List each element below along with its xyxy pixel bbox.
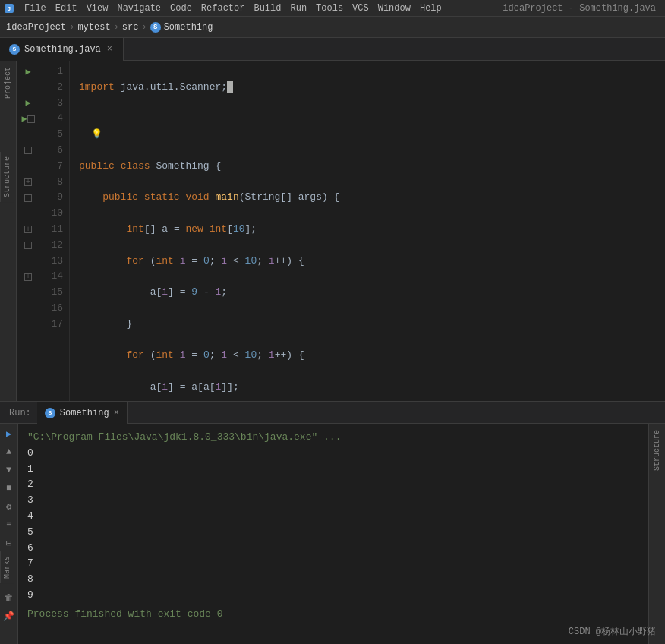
structure-tab[interactable]: Structure	[651, 427, 663, 474]
ln-5: 5	[46, 127, 63, 143]
output-number-3: 3	[27, 493, 639, 509]
menu-edit[interactable]: Edit	[51, 0, 82, 17]
breadcrumb-class[interactable]: S Something	[150, 22, 213, 33]
menu-help[interactable]: Help	[415, 0, 446, 17]
code-line-1: import java.util.Scanner;	[79, 80, 665, 96]
tab-something-java[interactable]: S Something.java ×	[0, 38, 124, 61]
output-number-1: 1	[27, 462, 639, 478]
panel-tab-bar: Run: S Something ×	[0, 402, 665, 424]
pin-button[interactable]: 📌	[2, 609, 16, 623]
line-numbers: 1 2 3 4 5 6 7 8 9 10 11 12 13 14 15 16 1…	[39, 61, 70, 401]
fold-button-line4[interactable]: −	[27, 115, 35, 123]
filter-button[interactable]: ≡	[2, 518, 16, 532]
class-icon: S	[150, 22, 161, 33]
run-again-button[interactable]: ▶	[2, 427, 16, 440]
settings-button[interactable]: ⚙	[2, 500, 16, 513]
tab-bar: S Something.java ×	[0, 38, 665, 61]
output-number-9: 9	[27, 588, 639, 604]
menu-vcs[interactable]: VCS	[348, 0, 373, 17]
cmd-line: "C:\Program Files\Java\jdk1.8.0_333\bin\…	[27, 431, 341, 443]
code-line-9: for (int i = 0; i < 10; i++) {	[79, 348, 665, 364]
stop-button[interactable]: ■	[2, 481, 16, 495]
gutter-row-1: ▶	[17, 64, 39, 80]
menu-file[interactable]: File	[20, 0, 51, 17]
code-editor[interactable]: ▶ ▶ ▶ − − + −	[17, 61, 665, 401]
panel-tab-something[interactable]: S Something ×	[37, 402, 128, 424]
gutter-row-12: −	[17, 238, 39, 254]
ln-11: 11	[46, 222, 63, 238]
gutter-row-17	[17, 317, 39, 333]
process-finished-line: Process finished with exit code 0	[27, 607, 639, 623]
structure-sidebar-label[interactable]: Structure	[0, 152, 14, 202]
fold-button-line12[interactable]: −	[24, 242, 32, 249]
ln-3: 3	[46, 96, 63, 112]
tab-close-button[interactable]: ×	[106, 43, 114, 56]
fold-button-line8[interactable]: +	[24, 178, 32, 186]
breadcrumb-sep-2: ›	[114, 22, 119, 33]
code-line-10: a[i] = a[a[i]];	[79, 380, 665, 396]
run-button-line4[interactable]: ▶	[21, 113, 27, 125]
breadcrumb-project[interactable]: ideaProject	[6, 22, 66, 33]
output-number-0: 0	[27, 446, 639, 462]
menu-window[interactable]: Window	[373, 0, 415, 17]
menu-bar: J File Edit View Navigate Code Refactor …	[0, 0, 665, 17]
breadcrumb-sep-1: ›	[69, 22, 74, 33]
output-number-8: 8	[27, 572, 639, 588]
watermark: CSDN @杨林山小野猪	[569, 625, 656, 638]
fold-button-line14[interactable]: +	[24, 273, 32, 281]
run-button-line1[interactable]: ▶	[25, 66, 30, 77]
sidebar-project-tab[interactable]: Project	[2, 64, 14, 102]
layout-button[interactable]: ⊟	[2, 536, 16, 550]
output-number-6: 6	[27, 541, 639, 557]
menu-navigate[interactable]: Navigate	[112, 0, 165, 17]
code-line-7: a[i] = 9 - i;	[79, 285, 665, 301]
fold-button-line9[interactable]: −	[24, 194, 32, 202]
app-icon: J	[3, 2, 15, 14]
code-line-6: for (int i = 0; i < 10; i++) {	[79, 254, 665, 270]
gutter-row-4: ▶ −	[17, 111, 39, 127]
gutter-row-3: ▶	[17, 96, 39, 112]
code-lines[interactable]: import java.util.Scanner; 💡 public class…	[70, 61, 665, 401]
gutter-row-2	[17, 80, 39, 96]
gutter-row-5	[17, 127, 39, 143]
gutter-row-15	[17, 285, 39, 301]
menu-code[interactable]: Code	[165, 0, 197, 17]
ln-2: 2	[46, 80, 63, 96]
code-line-3: public class Something {	[79, 159, 665, 175]
breadcrumb-src[interactable]: src	[122, 22, 139, 33]
panel-tab-label: Something	[60, 408, 109, 418]
panel-content: ▶ ▲ ▼ ■ ⚙ ≡ ⊟ ⊞ 🖨 🗑 📌 "C:\Program Files\…	[0, 424, 665, 644]
bottom-panel: Run: S Something × ▶ ▲ ▼ ■ ⚙ ≡ ⊟ ⊞ 🖨 🗑 📌…	[0, 401, 665, 644]
fold-button-line6[interactable]: −	[24, 147, 32, 154]
ln-14: 14	[46, 269, 63, 285]
menu-run[interactable]: Run	[285, 0, 311, 17]
gutter-row-9: −	[17, 190, 39, 206]
menu-refactor[interactable]: Refactor	[197, 0, 250, 17]
ln-9: 9	[46, 190, 63, 206]
editor-area: Project ▶ ▶ ▶ − −	[0, 61, 665, 401]
ln-1: 1	[46, 64, 63, 80]
menu-tools[interactable]: Tools	[311, 0, 348, 17]
run-button-line3[interactable]: ▶	[25, 97, 30, 109]
marks-sidebar-label[interactable]: Marks	[0, 551, 14, 583]
code-gutter: ▶ ▶ ▶ − − + −	[17, 61, 39, 401]
menu-view[interactable]: View	[82, 0, 113, 17]
menu-build[interactable]: Build	[249, 0, 285, 17]
scroll-down-button[interactable]: ▼	[2, 463, 16, 477]
gutter-row-7	[17, 159, 39, 175]
lightbulb-icon[interactable]: 💡	[91, 129, 102, 140]
left-sidebar: Project	[0, 61, 17, 401]
code-line-8: }	[79, 317, 665, 333]
code-content: ▶ ▶ ▶ − − + −	[17, 61, 665, 401]
panel-tab-close[interactable]: ×	[114, 408, 119, 418]
trash-button[interactable]: 🗑	[2, 591, 16, 605]
svg-text:J: J	[8, 5, 11, 12]
ln-17: 17	[46, 317, 63, 333]
breadcrumb-mytest[interactable]: mytest	[77, 22, 110, 33]
output-number-5: 5	[27, 525, 639, 541]
tab-label: Something.java	[24, 44, 101, 55]
scroll-up-button[interactable]: ▲	[2, 445, 16, 459]
fold-button-line11[interactable]: +	[24, 226, 32, 233]
ln-10: 10	[46, 206, 63, 222]
gutter-row-6: −	[17, 143, 39, 159]
